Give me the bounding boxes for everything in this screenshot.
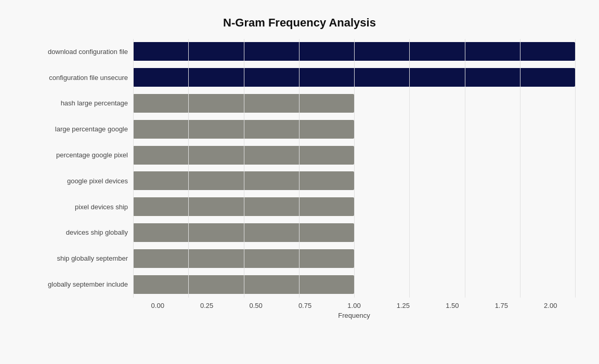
y-label: hash large percentage xyxy=(24,90,128,116)
x-tick: 1.25 xyxy=(379,302,427,309)
y-labels: download configuration fileconfiguration… xyxy=(24,39,133,298)
grid-line xyxy=(520,39,520,298)
chart-area: download configuration fileconfiguration… xyxy=(24,39,575,319)
grid-line xyxy=(575,39,576,298)
y-label: percentage google pixel xyxy=(24,142,128,168)
y-label: google pixel devices xyxy=(24,168,128,194)
chart-title: N-Gram Frequency Analysis xyxy=(24,16,575,30)
x-axis-label: Frequency xyxy=(133,312,575,319)
x-tick: 0.50 xyxy=(231,302,280,309)
grid-line xyxy=(244,39,244,298)
grid-line xyxy=(133,39,134,298)
x-tick: 1.00 xyxy=(330,302,379,309)
x-tick: 1.50 xyxy=(428,302,477,309)
y-label: large percentage google xyxy=(24,116,128,142)
y-label: globally september include xyxy=(24,272,128,298)
bars-wrapper: download configuration fileconfiguration… xyxy=(24,39,575,298)
x-tick: 0.25 xyxy=(182,302,231,309)
grid-line xyxy=(409,39,410,298)
plot-area xyxy=(133,39,575,298)
x-tick: 0.00 xyxy=(133,302,182,309)
y-label: download configuration file xyxy=(24,39,128,65)
x-axis: 0.000.250.500.751.001.251.501.752.00 xyxy=(133,302,575,309)
y-label: pixel devices ship xyxy=(24,194,128,220)
chart-container: N-Gram Frequency Analysis download confi… xyxy=(14,6,585,359)
grid-line xyxy=(354,39,355,298)
y-label: ship globally september xyxy=(24,246,128,272)
grid-line xyxy=(465,39,465,298)
x-tick: 2.00 xyxy=(526,302,575,309)
x-tick: 1.75 xyxy=(477,302,526,309)
x-tick: 0.75 xyxy=(280,302,329,309)
y-label: devices ship globally xyxy=(24,220,128,246)
y-label: configuration file unsecure xyxy=(24,64,128,90)
grid-line xyxy=(299,39,300,298)
grid-line xyxy=(188,39,189,298)
